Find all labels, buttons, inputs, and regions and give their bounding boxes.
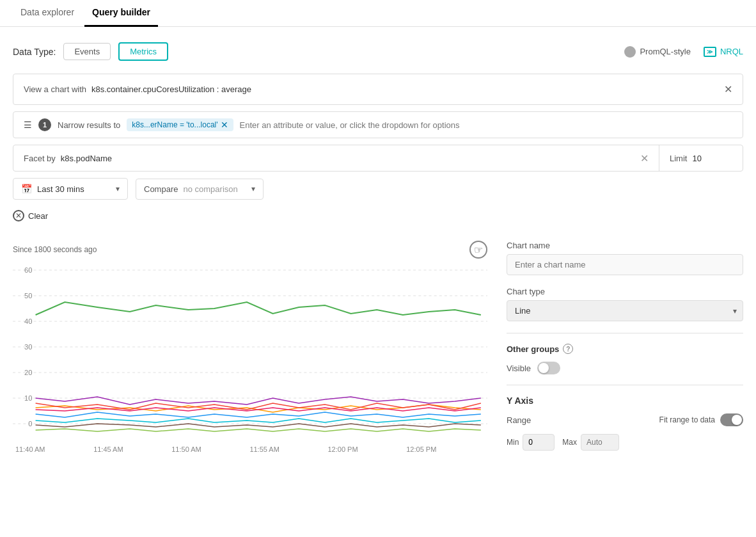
facet-label: Facet by <box>24 154 56 163</box>
range-row: Range Fit range to data <box>507 413 743 426</box>
narrow-input[interactable] <box>240 120 732 130</box>
svg-text:40: 40 <box>24 317 32 325</box>
min-input[interactable] <box>523 434 555 451</box>
other-groups-title: Other groups <box>507 344 559 354</box>
facet-row: Facet by k8s.podName ✕ Limit 10 <box>13 145 743 172</box>
chart-canvas: 60 50 40 30 20 10 0 <box>13 264 487 443</box>
view-chart-value: k8s.container.cpuCoresUtilization : aver… <box>91 84 251 94</box>
min-field: Min <box>507 434 555 451</box>
cursor-icon[interactable]: ☞ <box>469 241 487 259</box>
compare-chevron-icon: ▾ <box>251 184 255 193</box>
main-content: Data Type: Events Metrics PromQL-style ≫… <box>0 27 756 453</box>
view-chart-label: View a chart with <box>24 84 86 94</box>
compare-select[interactable]: Compare no comparison ▾ <box>136 179 264 200</box>
metrics-label: Metrics <box>130 47 157 56</box>
tab-query-builder[interactable]: Query builder <box>84 0 158 27</box>
chart-left: Since 1800 seconds ago ☞ 60 50 40 <box>13 241 487 453</box>
view-chart-row: View a chart with k8s.container.cpuCores… <box>13 74 743 105</box>
chart-name-field: Chart name <box>507 241 743 275</box>
min-label: Min <box>507 438 519 447</box>
top-tabs: Data explorer Query builder <box>0 0 756 27</box>
chart-type-field: Chart type Line Area Bar Scatter ▾ <box>507 287 743 321</box>
narrow-results-row: ☰ 1 Narrow results to k8s...erName = 'to… <box>13 111 743 138</box>
data-type-left: Data Type: Events Metrics <box>13 42 168 61</box>
promql-button[interactable]: PromQL-style <box>624 46 690 58</box>
svg-text:20: 20 <box>24 369 32 376</box>
time-chevron-icon: ▾ <box>116 184 120 193</box>
y-axis-title: Y Axis <box>507 396 743 406</box>
clear-circle-icon: ✕ <box>13 210 24 221</box>
promql-label: PromQL-style <box>640 47 690 56</box>
metrics-button[interactable]: Metrics <box>118 42 168 61</box>
visible-label: Visible <box>507 364 531 373</box>
time-row: 📅 Last 30 mins ▾ Compare no comparison ▾ <box>13 178 743 200</box>
chart-right-panel: Chart name Chart type Line Area Bar Scat… <box>500 241 743 453</box>
compare-label: Compare <box>144 184 178 194</box>
divider-2 <box>507 385 743 385</box>
events-button[interactable]: Events <box>63 43 111 60</box>
svg-text:50: 50 <box>24 292 32 300</box>
time-value: Last 30 mins <box>37 184 111 194</box>
close-icon[interactable]: ✕ <box>724 83 732 95</box>
max-input[interactable] <box>581 434 619 451</box>
data-type-label: Data Type: <box>13 47 56 57</box>
narrow-label: Narrow results to <box>58 120 120 130</box>
chart-type-wrapper: Line Area Bar Scatter ▾ <box>507 300 743 321</box>
chart-name-input[interactable] <box>507 254 743 275</box>
filter-tag-remove[interactable]: ✕ <box>221 120 228 129</box>
clear-label: Clear <box>28 211 48 221</box>
range-label: Range <box>507 415 531 425</box>
tab-data-explorer-label: Data explorer <box>20 7 74 17</box>
svg-text:0: 0 <box>28 420 32 428</box>
calendar-icon: 📅 <box>21 184 32 194</box>
divider-1 <box>507 333 743 333</box>
filter-tag: k8s...erName = 'to...local' ✕ <box>127 118 233 131</box>
x-label-2: 11:50 AM <box>171 445 201 453</box>
nrql-label: NRQL <box>720 47 743 56</box>
fit-range-label: Fit range to data <box>659 415 715 424</box>
nrql-icon: ≫ <box>704 47 716 57</box>
toggle-knob <box>539 363 549 373</box>
svg-text:30: 30 <box>24 343 32 351</box>
visible-toggle[interactable] <box>537 362 560 374</box>
data-type-right: PromQL-style ≫ NRQL <box>624 46 743 58</box>
fit-range-row: Fit range to data <box>659 413 743 426</box>
limit-label: Limit <box>670 154 687 163</box>
chart-since-label: Since 1800 seconds ago <box>13 245 97 254</box>
x-label-1: 11:45 AM <box>93 445 123 453</box>
help-icon[interactable]: ? <box>563 344 573 354</box>
compare-value: no comparison <box>183 184 246 194</box>
visible-toggle-row: Visible <box>507 362 743 374</box>
facet-remove[interactable]: ✕ <box>640 152 649 164</box>
min-max-row: Min Max <box>507 434 743 451</box>
fit-range-knob <box>732 415 742 425</box>
x-label-5: 12:05 PM <box>406 445 436 453</box>
chart-since-row: Since 1800 seconds ago ☞ <box>13 241 487 259</box>
time-select[interactable]: 📅 Last 30 mins ▾ <box>13 178 128 200</box>
x-label-0: 11:40 AM <box>15 445 45 453</box>
limit-value: 10 <box>692 154 701 163</box>
chart-type-select[interactable]: Line Area Bar Scatter <box>507 300 743 321</box>
tab-query-builder-label: Query builder <box>92 7 150 17</box>
svg-text:60: 60 <box>24 266 32 274</box>
svg-text:10: 10 <box>24 394 32 402</box>
x-label-3: 11:55 AM <box>249 445 279 453</box>
facet-left: Facet by k8s.podName ✕ <box>13 146 659 171</box>
view-chart-left: View a chart with k8s.container.cpuCores… <box>24 84 251 94</box>
filter-count-badge: 1 <box>38 118 51 131</box>
fit-range-toggle[interactable] <box>720 413 743 426</box>
chart-type-label: Chart type <box>507 287 743 296</box>
clear-button[interactable]: ✕ Clear <box>13 210 48 221</box>
nrql-button[interactable]: ≫ NRQL <box>704 47 743 57</box>
facet-value: k8s.podName <box>61 154 112 163</box>
promql-icon <box>624 46 636 58</box>
data-type-row: Data Type: Events Metrics PromQL-style ≫… <box>13 42 743 61</box>
filter-tag-value: k8s...erName = 'to...local' <box>132 120 217 129</box>
tab-data-explorer[interactable]: Data explorer <box>13 0 82 27</box>
chart-section: Since 1800 seconds ago ☞ 60 50 40 <box>13 234 743 453</box>
chart-x-labels: 11:40 AM 11:45 AM 11:50 AM 11:55 AM 12:0… <box>13 445 487 453</box>
limit-section: Limit 10 <box>659 147 743 170</box>
y-axis-section: Y Axis Range Fit range to data Min <box>507 396 743 451</box>
chart-name-label: Chart name <box>507 241 743 250</box>
events-label: Events <box>74 47 100 56</box>
